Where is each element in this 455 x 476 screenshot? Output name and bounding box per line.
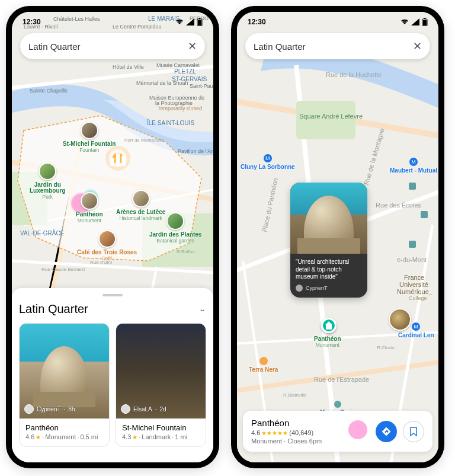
svg-marker-6: [186, 18, 194, 25]
popup-photo: [290, 183, 367, 254]
pantheon-pin-icon[interactable]: [321, 318, 337, 333]
signal-icon-2: [411, 18, 419, 25]
close-icon[interactable]: ✕: [188, 40, 197, 53]
battery-icon: [197, 18, 203, 26]
svg-rect-14: [423, 20, 427, 25]
bottom-card[interactable]: Panthéon 4.6 ★★★★★ (40,649) Monument · C…: [243, 411, 432, 452]
directions-icon: [381, 426, 392, 437]
bus-1[interactable]: [409, 183, 416, 190]
popup-quote: "Unreal architectural detail & top-notch…: [296, 258, 362, 281]
svg-rect-3: [110, 158, 114, 166]
wifi-icon-2: [400, 18, 409, 25]
sheet-handle[interactable]: [102, 294, 123, 296]
close-icon-2[interactable]: ✕: [413, 40, 422, 53]
status-bar-2: 12:30: [237, 12, 438, 30]
svg-rect-10: [296, 101, 355, 139]
directions-button[interactable]: [376, 421, 397, 442]
place-sub-1: 4.6★· Monument· 0.5 mi: [25, 433, 103, 440]
svg-rect-8: [199, 18, 201, 19]
svg-rect-5: [121, 156, 125, 166]
svg-rect-9: [198, 20, 201, 25]
popup-card[interactable]: "Unreal architectural detail & top-notch…: [290, 183, 367, 298]
place-name-2: St-Michel Fountain: [122, 423, 200, 432]
phone-right: Rue de la Huchette Square André Lefevre …: [231, 6, 444, 468]
place-card-2[interactable]: ElsaLA · 2d St-Michel Fountain 4.3★· Lan…: [116, 323, 206, 447]
wifi-icon: [175, 18, 184, 25]
battery-icon-2: [422, 18, 428, 26]
place-sub-2: 4.3★· Landmark· 1 mi: [122, 433, 200, 440]
search-input-2[interactable]: Latin Quarter: [254, 41, 413, 52]
bottom-card-main: Panthéon 4.6 ★★★★★ (40,649) Monument · C…: [251, 418, 370, 445]
pink-blob-icon: [348, 420, 367, 439]
place-card-1[interactable]: CyprienT · 8h Panthéon 4.6★· Monument· 0…: [19, 323, 110, 447]
search-input[interactable]: Latin Quarter: [28, 41, 188, 52]
sheet-title: Latin Quarter: [19, 302, 88, 316]
signal-icon: [186, 18, 194, 25]
bookmark-icon: [409, 427, 418, 436]
place-photo-1: CyprienT · 8h: [20, 324, 109, 419]
screen-left: Châtelet-Les Halles Louvre - Rivoli Le C…: [12, 12, 213, 462]
place-name-1: Panthéon: [25, 423, 103, 432]
bc-sub: Monument · Closes 6pm: [251, 437, 370, 445]
screen-right: Rue de la Huchette Square André Lefevre …: [237, 12, 438, 462]
cards-row: CyprienT · 8h Panthéon 4.6★· Monument· 0…: [19, 323, 206, 447]
svg-marker-11: [411, 18, 419, 25]
chevron-down-icon[interactable]: ⌄: [198, 305, 206, 313]
status-time-2: 12:30: [248, 18, 266, 26]
popup-author: CyprienT: [296, 285, 362, 292]
svg-rect-13: [424, 18, 426, 19]
phone-left: Châtelet-Les Halles Louvre - Rivoli Le C…: [6, 6, 219, 468]
author-chip-1: CyprienT · 8h: [24, 404, 75, 414]
bookmark-button[interactable]: [403, 421, 424, 442]
place-photo-2: ElsaLA · 2d: [116, 324, 206, 419]
poi-stats[interactable]: [109, 149, 127, 167]
author-chip-2: ElsaLA · 2d: [121, 404, 166, 414]
status-time: 12:30: [23, 18, 41, 26]
search-bar[interactable]: Latin Quarter ✕: [20, 33, 205, 59]
bus-2[interactable]: [421, 211, 428, 218]
bus-3[interactable]: [409, 241, 416, 248]
search-bar-2[interactable]: Latin Quarter ✕: [245, 33, 430, 59]
status-bar: 12:30: [12, 12, 213, 30]
bottom-sheet[interactable]: Latin Quarter ⌄ CyprienT · 8h: [12, 288, 213, 462]
svg-rect-4: [116, 153, 120, 165]
poi-church[interactable]: [389, 308, 411, 331]
